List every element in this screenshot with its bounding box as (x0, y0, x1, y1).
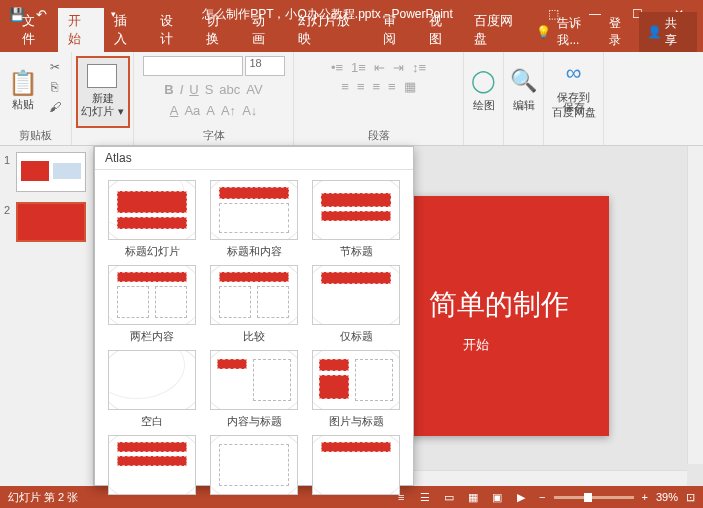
thumb-number: 1 (4, 152, 16, 192)
zoom-out-button[interactable]: − (539, 491, 545, 503)
tell-me-icon: 💡 (536, 25, 551, 39)
layout-extra-3[interactable] (312, 435, 400, 495)
grow-font-button[interactable]: A↑ (221, 103, 236, 118)
layout-extra-2[interactable] (210, 435, 298, 495)
increase-indent-button[interactable]: ⇥ (393, 60, 404, 75)
decrease-indent-button[interactable]: ⇤ (374, 60, 385, 75)
bullets-button[interactable]: •≡ (331, 60, 343, 75)
login[interactable]: 登录 (609, 15, 633, 49)
slideshow-view-icon[interactable]: ▶ (511, 489, 531, 505)
shadow-button[interactable]: abc (219, 82, 240, 97)
change-case-button[interactable]: Aa (184, 103, 200, 118)
align-center-button[interactable]: ≡ (357, 79, 365, 94)
slide-thumbnails-panel: 1 2 (0, 146, 94, 486)
reading-view-icon[interactable]: ▣ (487, 489, 507, 505)
editing-button[interactable]: 🔍 编辑 (510, 54, 537, 126)
tab-home[interactable]: 开始 (58, 8, 104, 52)
layout-content-caption[interactable] (210, 350, 298, 410)
thumb-number: 2 (4, 202, 16, 242)
layout-picture-caption[interactable] (312, 350, 400, 410)
font-group-label: 字体 (203, 128, 225, 143)
paragraph-group-label: 段落 (368, 128, 390, 143)
layout-title-content[interactable] (210, 180, 298, 240)
align-left-button[interactable]: ≡ (341, 79, 349, 94)
layout-title-slide[interactable] (108, 180, 196, 240)
status-slide-indicator: 幻灯片 第 2 张 (8, 490, 78, 505)
new-slide-button[interactable]: 新建幻灯片 ▾ (76, 56, 130, 128)
layout-section-header[interactable] (312, 180, 400, 240)
tell-me[interactable]: 告诉我... (557, 15, 603, 49)
new-slide-icon (89, 66, 117, 88)
format-painter-icon[interactable]: 🖌 (44, 98, 66, 116)
tab-design[interactable]: 设计 (150, 8, 196, 52)
share-icon: 👤 (647, 25, 662, 39)
layout-blank[interactable] (108, 350, 196, 410)
layout-two-content[interactable] (108, 265, 196, 325)
tab-file[interactable]: 文件 (12, 8, 58, 52)
highlight-button[interactable]: A (206, 103, 215, 118)
italic-button[interactable]: I (180, 82, 184, 97)
normal-view-icon[interactable]: ▭ (439, 489, 459, 505)
columns-button[interactable]: ▦ (404, 79, 416, 94)
new-slide-layout-gallery: Atlas 标题幻灯片 标题和内容 节标题 两栏内容 比较 仅标题 空白 内容与… (94, 146, 414, 486)
tab-view[interactable]: 视图 (419, 8, 465, 52)
tab-animations[interactable]: 动画 (242, 8, 288, 52)
vertical-scrollbar[interactable] (687, 146, 703, 464)
tab-review[interactable]: 审阅 (373, 8, 419, 52)
tab-insert[interactable]: 插入 (104, 8, 150, 52)
save-group-label: 保存 (563, 71, 585, 143)
shapes-icon: ◯ (471, 68, 496, 94)
clipboard-icon: 📋 (8, 69, 38, 97)
font-family-combo[interactable] (143, 56, 243, 76)
zoom-slider[interactable] (554, 496, 634, 499)
strikethrough-button[interactable]: S (205, 82, 214, 97)
tab-transitions[interactable]: 切换 (196, 8, 242, 52)
font-size-combo[interactable]: 18 (245, 56, 285, 76)
line-spacing-button[interactable]: ↕≡ (412, 60, 426, 75)
layout-extra-1[interactable] (108, 435, 196, 495)
share-button[interactable]: 👤 共享 (639, 12, 697, 52)
layout-comparison[interactable] (210, 265, 298, 325)
paste-button[interactable]: 📋 粘贴 (4, 54, 42, 126)
drawing-button[interactable]: ◯ 绘图 (471, 54, 496, 126)
font-color-button[interactable]: A (170, 103, 179, 118)
justify-button[interactable]: ≡ (388, 79, 396, 94)
cut-icon[interactable]: ✂ (44, 58, 66, 76)
tab-baidu[interactable]: 百度网盘 (464, 8, 536, 52)
zoom-level[interactable]: 39% (656, 491, 678, 503)
layout-title-only[interactable] (312, 265, 400, 325)
fit-to-window-icon[interactable]: ⊡ (686, 491, 695, 504)
numbering-button[interactable]: 1≡ (351, 60, 366, 75)
copy-icon[interactable]: ⎘ (44, 78, 66, 96)
gallery-theme-name: Atlas (95, 147, 413, 170)
shrink-font-button[interactable]: A↓ (242, 103, 257, 118)
character-spacing-button[interactable]: AV (246, 82, 262, 97)
slide-title-text[interactable]: 简单的制作 (429, 286, 569, 324)
comments-button[interactable]: ☰ (415, 489, 435, 505)
align-right-button[interactable]: ≡ (373, 79, 381, 94)
slide-subtitle-text[interactable]: 开始 (463, 336, 489, 354)
slide-thumbnail-1[interactable] (16, 152, 86, 192)
underline-button[interactable]: U (189, 82, 198, 97)
slide-thumbnail-2[interactable] (16, 202, 86, 242)
sorter-view-icon[interactable]: ▦ (463, 489, 483, 505)
zoom-in-button[interactable]: + (642, 491, 648, 503)
find-icon: 🔍 (510, 68, 537, 94)
clipboard-group-label: 剪贴板 (19, 128, 52, 143)
tab-slideshow[interactable]: 幻灯片放映 (288, 8, 373, 52)
bold-button[interactable]: B (164, 82, 173, 97)
